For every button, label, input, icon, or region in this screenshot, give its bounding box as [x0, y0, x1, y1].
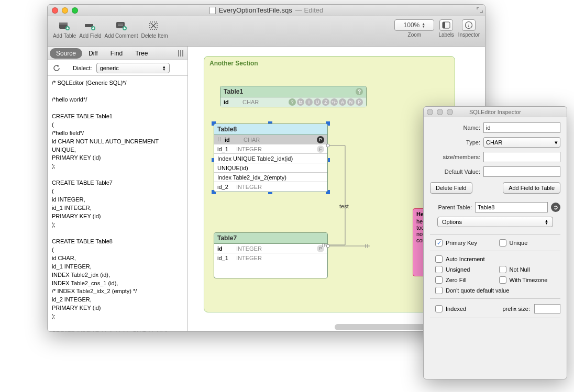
not-null-checkbox[interactable] [499, 266, 506, 273]
tab-tree[interactable]: Tree [129, 48, 154, 59]
badge-icon: P [317, 136, 324, 143]
main-window: EveryOptionTestFile.sqs — Edited Add Tab… [47, 4, 485, 332]
primary-key-checkbox[interactable] [435, 239, 443, 247]
info-icon: i [462, 19, 476, 31]
drag-grip-icon[interactable]: ⁞⁞ [217, 136, 222, 143]
dialect-bar: Dialect: generic ▲▼ [48, 60, 187, 76]
add-comment-button[interactable]: Add Comment [105, 19, 138, 39]
fullscreen-icon[interactable] [477, 7, 483, 13]
side-tabs: Source Diff Find Tree [48, 47, 187, 60]
inspector-button[interactable]: i Inspector [458, 19, 480, 38]
zoom-select[interactable]: 100% ▲▼ [394, 19, 434, 31]
table-row[interactable]: id INTEGER P [214, 244, 327, 253]
document-icon [209, 7, 216, 14]
tab-source[interactable]: Source [50, 48, 82, 59]
dropdown-arrows-icon: ▲▼ [162, 65, 166, 71]
badge-icon: A [339, 98, 346, 106]
prefix-size-input[interactable] [534, 304, 560, 313]
with-timezone-checkbox[interactable] [499, 276, 506, 284]
diagram-table-table7[interactable]: Table7 id INTEGER P id_1 INTEGER [214, 232, 328, 278]
panel-grip[interactable] [176, 49, 185, 58]
dropdown-arrows-icon: ▲▼ [545, 219, 548, 225]
svg-point-12 [326, 144, 329, 147]
diagram-table-table8[interactable]: Table8 ⁞⁞ id CHAR P id_1 [214, 124, 328, 192]
add-field-button[interactable]: Add Field [79, 19, 101, 39]
body-split: Source Diff Find Tree Dialect: generic ▲… [48, 47, 485, 331]
sql-source-text[interactable]: /* SQLEditor (Generic SQL)*/ /*hello wor… [48, 76, 187, 331]
table-header[interactable]: Table1 ? [220, 86, 366, 97]
table-header[interactable]: Table7 [214, 233, 327, 244]
svg-rect-9 [443, 22, 445, 28]
diagram-table-table8-selection: Table8 ⁞⁞ id CHAR P id_1 [214, 124, 328, 192]
inspector-title: SQLEditor Inspector [424, 109, 567, 115]
badge-icon: N [347, 98, 355, 106]
inspector-window: SQLEditor Inspector Name: id Type: CHAR … [423, 106, 567, 379]
table-row[interactable]: id CHAR ? tz I U Z +/- A N P [220, 97, 366, 107]
tab-diff[interactable]: Diff [82, 48, 104, 59]
zoom-control: 100% ▲▼ Zoom [394, 19, 434, 38]
delete-field-button[interactable]: Delete Field [430, 182, 472, 194]
labels-button[interactable]: Labels [438, 19, 454, 38]
svg-point-13 [326, 244, 329, 248]
window-title-text: EveryOptionTestFile.sqs [219, 6, 292, 14]
inspector-body: Name: id Type: CHAR ▾ size/members: Defa… [424, 117, 567, 215]
add-comment-icon [114, 19, 129, 32]
dialect-label: Dialect: [73, 65, 92, 71]
indexed-checkbox[interactable] [435, 305, 443, 312]
table-row[interactable]: ⁞⁞ id CHAR P [214, 135, 327, 144]
badge-icon: P [317, 245, 324, 252]
badge-icon: tz [297, 98, 304, 106]
prefix-size-label: prefix size: [502, 306, 530, 312]
type-select[interactable]: CHAR ▾ [483, 137, 560, 148]
refresh-icon[interactable] [53, 64, 60, 72]
add-table-icon [57, 19, 72, 32]
name-label: Name: [430, 125, 480, 131]
table-row[interactable]: id_1 INTEGER [214, 253, 327, 263]
options-select[interactable]: Options ▲▼ [437, 217, 553, 227]
toolbar: Add Table Add Field Add Comment Delete I… [48, 16, 485, 47]
dialect-select[interactable]: generic ▲▼ [96, 63, 170, 73]
table-row[interactable]: id_1 INTEGER F [214, 144, 327, 154]
unsigned-checkbox[interactable] [435, 266, 443, 273]
zero-fill-checkbox[interactable] [435, 276, 443, 284]
side-panel: Source Diff Find Tree Dialect: generic ▲… [48, 47, 188, 331]
add-table-button[interactable]: Add Table [53, 19, 76, 39]
options-checkboxes: Primary Key Unique [424, 237, 567, 249]
unique-checkbox[interactable] [499, 239, 506, 247]
parent-table-label: Parent Table: [430, 204, 472, 210]
parent-table-input[interactable]: Table8 [475, 202, 548, 212]
name-input[interactable]: id [483, 122, 560, 133]
table-row[interactable]: Index Table2_idx_2(empty) [214, 173, 327, 182]
titlebar: EveryOptionTestFile.sqs — Edited [48, 5, 485, 16]
goto-parent-button[interactable]: ➲ [551, 203, 560, 212]
auto-increment-checkbox[interactable] [435, 255, 443, 263]
inspector-titlebar: SQLEditor Inspector [424, 107, 567, 117]
table-row[interactable]: UNIQUE(id) [214, 163, 327, 173]
table-row[interactable]: Index UNIQUE Table2_idx(id) [214, 154, 327, 163]
badge-icon: U [314, 98, 321, 106]
dropdown-arrows-icon: ▲▼ [422, 23, 425, 28]
tab-find[interactable]: Find [104, 48, 129, 59]
connector-line [327, 243, 374, 253]
badge-icon: F [317, 145, 324, 153]
info-badge-icon: ? [356, 88, 363, 95]
default-input[interactable] [483, 166, 560, 177]
badge-icon: +/- [330, 98, 338, 106]
table-row[interactable]: id_2 INTEGER [214, 182, 327, 192]
dont-quote-checkbox[interactable] [435, 287, 443, 294]
size-label: size/members: [430, 154, 480, 160]
section-title: Another Section [209, 60, 258, 67]
default-label: Default Value: [430, 169, 480, 175]
diagram-table-table1[interactable]: Table1 ? id CHAR ? tz I U Z [220, 86, 367, 107]
svg-text:i: i [468, 23, 470, 28]
labels-icon [439, 19, 453, 31]
window-title: EveryOptionTestFile.sqs — Edited [48, 6, 485, 14]
add-field-to-table-button[interactable]: Add Field to Table [503, 182, 560, 194]
delete-item-button[interactable]: Delete Item [141, 19, 168, 39]
badge-icon: Z [322, 98, 329, 106]
table-header[interactable]: Table8 [214, 124, 327, 135]
delete-item-icon [147, 19, 162, 32]
type-label: Type: [430, 139, 480, 145]
badge-icon: P [356, 98, 363, 106]
size-input[interactable] [483, 152, 560, 162]
